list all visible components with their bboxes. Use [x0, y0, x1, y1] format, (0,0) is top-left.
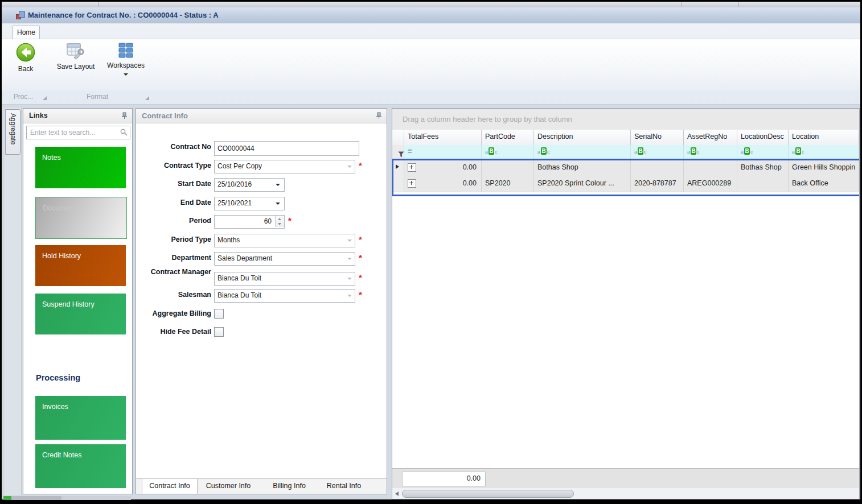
- grid-group-panel: Drag a column header here to group by th…: [392, 109, 859, 130]
- contract-no-input[interactable]: [214, 141, 359, 156]
- link-button-hold-history[interactable]: Hold History: [35, 245, 126, 286]
- pin-icon[interactable]: [121, 112, 128, 119]
- cell-location: Back Office: [789, 176, 859, 192]
- group-format-launcher-icon[interactable]: [145, 96, 149, 100]
- mini-scroll-accent: [3, 496, 11, 500]
- column-header-assetregno[interactable]: AssetRegNo: [684, 130, 737, 145]
- form-tab-strip: Contract Info Customer Info Billing Info…: [136, 478, 387, 494]
- links-panel: Links Notes Documents Hold History Suspe…: [23, 108, 133, 494]
- ribbon: Home Back Save Layout: [2, 23, 860, 105]
- link-button-invoices[interactable]: Invoices: [35, 396, 126, 440]
- bottom-mini-scrollbar[interactable]: [3, 496, 131, 500]
- cell-location: Green Hills Shoppin: [789, 160, 859, 176]
- workspaces-button[interactable]: Workspaces: [101, 41, 151, 89]
- group-format-label: Format: [50, 93, 145, 101]
- start-date-picker[interactable]: 25/10/2016: [214, 178, 285, 192]
- field-label: Department: [136, 254, 211, 262]
- department-dropdown[interactable]: Sales Department: [214, 252, 355, 266]
- column-header-location[interactable]: Location: [789, 130, 859, 145]
- field-label: Period: [136, 217, 211, 225]
- mini-scroll-thumb[interactable]: [11, 496, 61, 500]
- chevron-down-icon: [347, 278, 352, 280]
- column-header-description[interactable]: Description: [534, 130, 631, 145]
- link-button-documents[interactable]: Documents: [35, 197, 127, 239]
- grid-row[interactable]: 0.00 Bothas Shop Bothas Shop Green Hills…: [392, 160, 859, 176]
- save-layout-button[interactable]: Save Layout: [53, 41, 98, 89]
- field-label: Contract Type: [136, 162, 211, 170]
- spinner-buttons[interactable]: [275, 216, 284, 227]
- abc-filter-icon: aBc: [537, 149, 550, 155]
- aggregate-billing-checkbox[interactable]: [214, 309, 224, 319]
- group-processing-launcher-icon[interactable]: [43, 96, 47, 100]
- period-type-dropdown[interactable]: Months: [214, 234, 355, 247]
- spin-up-icon: [278, 218, 281, 220]
- filter-cell-serialno[interactable]: aBc: [631, 145, 684, 160]
- top-strip-divider: [738, 2, 739, 7]
- row-indicator-cell: [392, 176, 404, 192]
- tab-customer-info[interactable]: Customer Info: [199, 479, 258, 494]
- filter-cell-description[interactable]: aBc: [534, 145, 631, 160]
- filter-cell-assetregno[interactable]: aBc: [684, 145, 737, 160]
- link-label: Invoices: [42, 403, 68, 411]
- aggregate-tab-label: Aggregate: [9, 113, 17, 144]
- chevron-down-icon: [347, 295, 352, 297]
- required-marker: *: [359, 234, 362, 244]
- ribbon-tab-home[interactable]: Home: [13, 26, 40, 39]
- cell-assetregno: [684, 160, 737, 176]
- required-marker: *: [288, 216, 292, 225]
- chevron-down-icon: [276, 203, 280, 205]
- column-header-partcode[interactable]: PartCode: [482, 130, 534, 145]
- pin-icon[interactable]: [376, 112, 382, 119]
- field-label: Salesman: [136, 291, 211, 299]
- link-button-suspend-history[interactable]: Suspend History: [35, 294, 126, 334]
- equals-filter-icon: =: [408, 147, 412, 155]
- dock-tab-aggregate[interactable]: Aggregate: [5, 109, 20, 155]
- contract-type-dropdown[interactable]: Cost Per Copy: [214, 160, 355, 173]
- field-label: Period Type: [136, 236, 211, 244]
- abc-filter-icon: aBc: [741, 149, 753, 155]
- column-header-serialno[interactable]: SerialNo: [631, 130, 684, 145]
- back-button[interactable]: Back: [10, 41, 41, 89]
- contract-panel-title: Contract Info: [142, 111, 188, 120]
- focused-row-arrow-icon: [396, 164, 399, 169]
- field-label: Contract No: [136, 143, 211, 151]
- end-date-picker[interactable]: 25/10/2021: [214, 197, 285, 210]
- filter-cell-location[interactable]: aBc: [789, 145, 859, 160]
- salesman-dropdown[interactable]: Bianca Du Toit: [214, 289, 355, 303]
- scroll-left-icon[interactable]: [395, 491, 399, 496]
- search-icon[interactable]: [120, 129, 128, 136]
- tab-rental-info[interactable]: Rental Info: [317, 479, 371, 494]
- top-strip-divider: [98, 2, 98, 7]
- contract-items-grid: Drag a column header here to group by th…: [392, 108, 860, 499]
- grid-row[interactable]: 0.00 SP2020 SP2020 Sprint Colour ... 202…: [392, 176, 859, 192]
- link-label: Documents: [43, 204, 79, 212]
- expand-row-icon[interactable]: [408, 179, 416, 188]
- filter-cell-totalfees[interactable]: =: [404, 145, 482, 160]
- search-input[interactable]: [29, 127, 117, 138]
- scrollbar-thumb[interactable]: [402, 490, 574, 498]
- grid-summary-footer: 0.00: [392, 468, 859, 488]
- field-label: End Date: [136, 199, 211, 207]
- required-marker: *: [359, 253, 362, 262]
- column-header-locationdesc[interactable]: LocationDesc: [737, 130, 789, 145]
- cell-totalfees: 0.00: [404, 160, 482, 176]
- filter-cell-locationdesc[interactable]: aBc: [737, 145, 789, 160]
- tab-billing-info[interactable]: Billing Info: [265, 479, 314, 494]
- field-label: Contract Manager: [136, 268, 211, 276]
- contract-manager-dropdown[interactable]: Bianca Du Toit: [214, 272, 355, 286]
- cell-partcode: [482, 160, 534, 176]
- column-header-totalfees[interactable]: TotalFees: [404, 130, 482, 145]
- cell-partcode: SP2020: [482, 176, 534, 192]
- hide-fee-detail-checkbox[interactable]: [214, 327, 224, 337]
- link-button-notes[interactable]: Notes: [35, 147, 126, 188]
- cell-locationdesc: [737, 176, 789, 192]
- tab-contract-info[interactable]: Contract Info: [142, 479, 198, 494]
- period-spinner[interactable]: 60: [214, 215, 285, 229]
- app-icon: [16, 11, 25, 20]
- grid-header-row: TotalFees PartCode Description SerialNo …: [392, 130, 859, 146]
- horizontal-scrollbar[interactable]: [392, 488, 859, 499]
- link-button-credit-notes[interactable]: Credit Notes: [35, 444, 126, 488]
- abc-filter-icon: aBc: [792, 149, 804, 155]
- filter-cell-partcode[interactable]: aBc: [482, 145, 534, 160]
- expand-row-icon[interactable]: [408, 163, 416, 172]
